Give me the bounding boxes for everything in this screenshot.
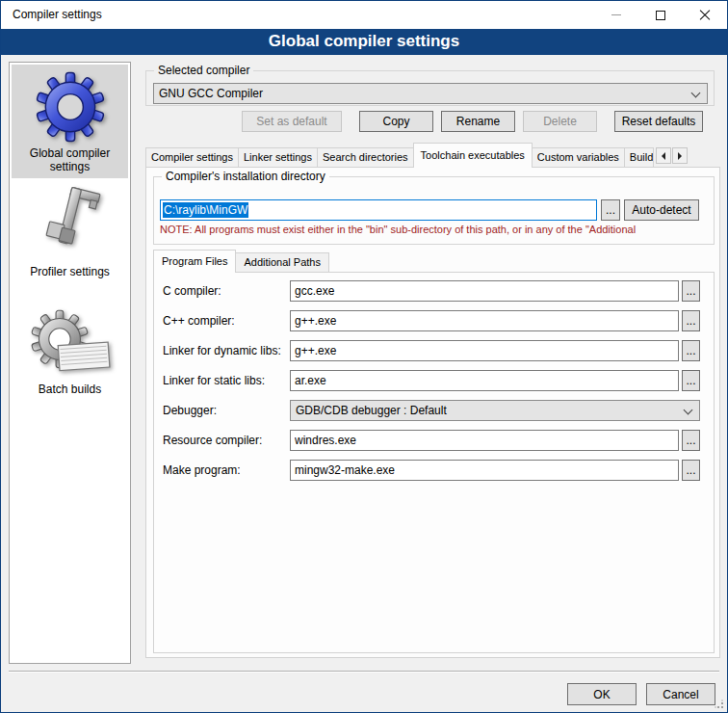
resource-compiler-row: Resource compiler: ...: [154, 430, 714, 451]
subtab-program-files[interactable]: Program Files: [153, 250, 236, 273]
close-icon: [699, 10, 711, 21]
compiler-select[interactable]: GNU GCC Compiler: [153, 83, 708, 104]
dynamic-linker-input[interactable]: [290, 340, 679, 361]
gear-stack-icon: [24, 309, 117, 379]
copy-button[interactable]: Copy: [359, 111, 433, 132]
compiler-actions: Set as default Copy Rename Delete Reset …: [145, 111, 715, 132]
maximize-button[interactable]: [638, 1, 683, 29]
window-title: Compiler settings: [13, 8, 102, 21]
sidebar-item-batch-builds[interactable]: Batch builds: [12, 305, 128, 404]
sidebar-item-label: Profiler settings: [30, 265, 110, 278]
sidebar-item-global-compiler-settings[interactable]: Global compiler settings: [12, 65, 128, 178]
sidebar-item-label: Global compiler settings: [12, 146, 128, 173]
rename-button[interactable]: Rename: [441, 111, 515, 132]
make-program-label: Make program:: [163, 463, 241, 477]
settings-tabs: Compiler settings Linker settings Search…: [145, 143, 688, 168]
c-compiler-browse-button[interactable]: ...: [682, 280, 700, 302]
tab-custom-variables[interactable]: Custom variables: [532, 147, 625, 167]
chevron-down-icon: [684, 406, 693, 415]
resource-compiler-browse-button[interactable]: ...: [682, 430, 700, 451]
debugger-label: Debugger:: [163, 404, 217, 417]
make-program-browse-button[interactable]: ...: [682, 460, 700, 481]
titlebar[interactable]: Compiler settings: [1, 1, 727, 29]
reset-defaults-button[interactable]: Reset defaults: [614, 111, 703, 132]
footer-divider: [9, 671, 719, 673]
program-tabs: Program Files Additional Paths: [153, 250, 328, 273]
cpp-compiler-browse-button[interactable]: ...: [682, 310, 700, 331]
compiler-settings-window: Compiler settings Global compiler settin…: [0, 0, 728, 713]
tab-compiler-settings[interactable]: Compiler settings: [145, 147, 239, 167]
sidebar-item-label: Batch builds: [39, 383, 101, 396]
tab-scroll-arrows: [656, 147, 688, 164]
delete-button[interactable]: Delete: [523, 111, 597, 132]
c-compiler-input[interactable]: [290, 280, 679, 302]
cancel-button[interactable]: Cancel: [646, 683, 715, 705]
make-program-row: Make program: ...: [154, 460, 714, 481]
tab-toolchain-executables[interactable]: Toolchain executables: [413, 143, 533, 168]
resize-grip[interactable]: [715, 700, 724, 709]
sidebar-item-profiler-settings[interactable]: Profiler settings: [12, 182, 128, 282]
compiler-select-value: GNU GCC Compiler: [159, 87, 263, 100]
program-files-panel: C compiler: ... C++ compiler: ... Linker…: [153, 272, 715, 653]
arrow-right-icon: [678, 152, 682, 160]
dynamic-linker-browse-button[interactable]: ...: [682, 340, 700, 361]
cpp-compiler-row: C++ compiler: ...: [154, 310, 714, 331]
tab-scroll-left-button[interactable]: [656, 147, 671, 164]
c-compiler-label: C compiler:: [163, 284, 221, 298]
tab-build-options[interactable]: Build: [624, 147, 654, 167]
installation-directory-group: Compiler's installation directory C:\ray…: [153, 176, 715, 245]
tab-scroll-right-button[interactable]: [672, 147, 688, 164]
window-controls: [594, 1, 727, 29]
blue-gear-icon: [35, 71, 106, 143]
installation-directory-input[interactable]: C:\raylib\MinGW: [160, 199, 597, 221]
ok-button[interactable]: OK: [567, 683, 637, 705]
subtab-additional-paths[interactable]: Additional Paths: [235, 252, 329, 272]
dynamic-linker-row: Linker for dynamic libs: ...: [154, 340, 714, 361]
static-linker-row: Linker for static libs: ...: [154, 370, 714, 391]
cpp-compiler-input[interactable]: [290, 310, 679, 331]
debugger-row: Debugger: GDB/CDB debugger : Default: [154, 400, 714, 421]
installation-directory-group-label: Compiler's installation directory: [162, 170, 329, 183]
maximize-icon: [656, 11, 665, 20]
resource-compiler-input[interactable]: [290, 430, 679, 451]
close-button[interactable]: [683, 1, 727, 29]
make-program-input[interactable]: [290, 460, 679, 481]
browse-directory-button[interactable]: ...: [601, 199, 620, 221]
static-linker-label: Linker for static libs:: [163, 374, 265, 387]
arrow-left-icon: [662, 152, 665, 160]
auto-detect-button[interactable]: Auto-detect: [624, 199, 699, 221]
installation-directory-value: C:\raylib\MinGW: [163, 202, 248, 218]
resource-compiler-label: Resource compiler:: [163, 434, 262, 447]
static-linker-input[interactable]: [290, 370, 679, 391]
settings-category-list: Global compiler settings Profiler settin…: [9, 62, 131, 664]
bin-subdirectory-note: NOTE: All programs must exist either in …: [160, 224, 713, 235]
minimize-icon: [611, 14, 621, 15]
dialog-header: Global compiler settings: [1, 29, 727, 55]
selected-compiler-group-label: Selected compiler: [154, 64, 253, 77]
set-as-default-button[interactable]: Set as default: [242, 111, 342, 132]
c-compiler-row: C compiler: ...: [154, 280, 714, 302]
minimize-button[interactable]: [594, 1, 638, 29]
selected-compiler-group: Selected compiler GNU GCC Compiler: [145, 70, 715, 106]
caliper-icon: [34, 184, 107, 261]
cpp-compiler-label: C++ compiler:: [163, 314, 235, 328]
tab-search-directories[interactable]: Search directories: [317, 147, 414, 167]
static-linker-browse-button[interactable]: ...: [682, 370, 700, 391]
debugger-select-value: GDB/CDB debugger : Default: [296, 404, 447, 417]
chevron-down-icon: [691, 89, 701, 98]
toolchain-executables-panel: Compiler's installation directory C:\ray…: [145, 167, 720, 658]
tab-linker-settings[interactable]: Linker settings: [238, 147, 318, 167]
debugger-select[interactable]: GDB/CDB debugger : Default: [290, 400, 700, 421]
dynamic-linker-label: Linker for dynamic libs:: [163, 344, 281, 357]
